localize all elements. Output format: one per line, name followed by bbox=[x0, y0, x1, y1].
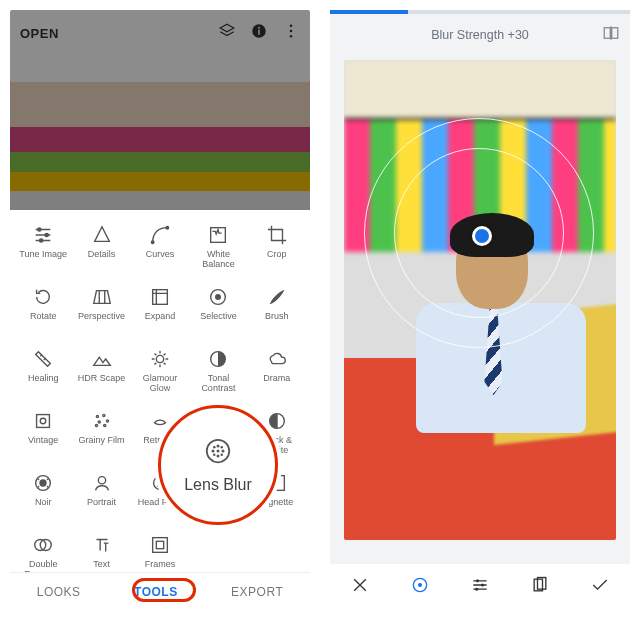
tool-label: Selective bbox=[200, 311, 237, 321]
tool-label: Tune Image bbox=[19, 249, 67, 259]
stage: OPEN Tune Image Details Curves White Bal… bbox=[0, 0, 640, 640]
tab-looks[interactable]: LOOKS bbox=[37, 585, 81, 599]
tool-grid: Tune Image Details Curves White Balance … bbox=[14, 224, 306, 590]
tools-panel: Tune Image Details Curves White Balance … bbox=[10, 210, 310, 570]
svg-point-51 bbox=[217, 455, 220, 458]
tool-portrait[interactable]: Portrait bbox=[72, 472, 130, 528]
tool-rotate[interactable]: Rotate bbox=[14, 286, 72, 342]
svg-rect-45 bbox=[156, 541, 163, 548]
svg-rect-56 bbox=[604, 28, 610, 39]
svg-point-29 bbox=[38, 478, 40, 480]
tool-label: Rotate bbox=[30, 311, 57, 321]
progress-bar[interactable] bbox=[330, 10, 630, 14]
photo-canvas[interactable] bbox=[344, 60, 616, 540]
tool-label: Portrait bbox=[87, 497, 116, 507]
svg-point-62 bbox=[475, 588, 478, 591]
tool-label: HDR Scape bbox=[78, 373, 126, 383]
svg-point-19 bbox=[96, 415, 98, 417]
tool-label: Frames bbox=[145, 559, 176, 569]
svg-point-14 bbox=[216, 295, 221, 300]
svg-point-9 bbox=[151, 241, 154, 244]
tool-tonal-contrast[interactable]: Tonal Contrast bbox=[189, 348, 247, 404]
tool-label: Noir bbox=[35, 497, 52, 507]
tool-label: Curves bbox=[146, 249, 175, 259]
svg-point-20 bbox=[102, 414, 104, 416]
svg-point-50 bbox=[217, 445, 220, 448]
tool-tune-image[interactable]: Tune Image bbox=[14, 224, 72, 280]
svg-point-53 bbox=[221, 446, 224, 449]
tool-label: Grainy Film bbox=[79, 435, 125, 445]
focus-center-handle[interactable] bbox=[472, 226, 492, 246]
styles-button[interactable] bbox=[530, 575, 550, 599]
svg-point-48 bbox=[212, 450, 215, 453]
tool-details[interactable]: Details bbox=[72, 224, 130, 280]
tool-perspective[interactable]: Perspective bbox=[72, 286, 130, 342]
tool-white-balance[interactable]: White Balance bbox=[189, 224, 247, 280]
tool-label: Healing bbox=[28, 373, 59, 383]
svg-point-21 bbox=[106, 420, 108, 422]
tool-grainy-film[interactable]: Grainy Film bbox=[72, 410, 130, 466]
tool-drama[interactable]: Drama bbox=[248, 348, 306, 404]
tool-label: Details bbox=[88, 249, 116, 259]
apply-button[interactable] bbox=[590, 575, 610, 599]
svg-point-8 bbox=[40, 239, 43, 242]
svg-rect-57 bbox=[612, 28, 618, 39]
tool-noir[interactable]: Noir bbox=[14, 472, 72, 528]
svg-point-28 bbox=[40, 479, 47, 486]
edit-title: Blur Strength +30 bbox=[330, 28, 630, 42]
tool-healing[interactable]: Healing bbox=[14, 348, 72, 404]
left-top-area: OPEN bbox=[10, 10, 310, 210]
tool-label: Text bbox=[93, 559, 110, 569]
phone-left: OPEN Tune Image Details Curves White Bal… bbox=[10, 10, 310, 610]
tool-crop[interactable]: Crop bbox=[248, 224, 306, 280]
svg-point-31 bbox=[38, 486, 40, 488]
svg-point-22 bbox=[98, 421, 100, 423]
svg-point-32 bbox=[47, 486, 49, 488]
svg-point-30 bbox=[47, 478, 49, 480]
svg-point-49 bbox=[222, 450, 225, 453]
tool-glamour-glow[interactable]: Glamour Glow bbox=[131, 348, 189, 404]
svg-point-55 bbox=[221, 454, 224, 457]
lens-blur-icon bbox=[203, 436, 233, 470]
svg-point-60 bbox=[476, 579, 479, 582]
svg-point-24 bbox=[95, 424, 97, 426]
blur-shape-button[interactable] bbox=[410, 575, 430, 599]
tool-label: Brush bbox=[265, 311, 289, 321]
phone-right: Blur Strength +30 bbox=[330, 10, 630, 610]
svg-rect-12 bbox=[153, 290, 168, 305]
tool-label: Crop bbox=[267, 249, 287, 259]
tool-curves[interactable]: Curves bbox=[131, 224, 189, 280]
tool-expand[interactable]: Expand bbox=[131, 286, 189, 342]
tool-brush[interactable]: Brush bbox=[248, 286, 306, 342]
lens-blur-callout-label: Lens Blur bbox=[184, 476, 252, 494]
cancel-button[interactable] bbox=[350, 575, 370, 599]
bottom-bar: LOOKS TOOLS EXPORT bbox=[10, 572, 310, 610]
svg-point-7 bbox=[45, 233, 48, 236]
lens-blur-callout: Lens Blur bbox=[158, 405, 278, 525]
svg-point-61 bbox=[481, 584, 484, 587]
compare-icon[interactable] bbox=[602, 24, 620, 46]
svg-point-23 bbox=[103, 424, 105, 426]
tab-tools[interactable]: TOOLS bbox=[134, 585, 178, 599]
tool-label: Vintage bbox=[28, 435, 58, 445]
dim-overlay bbox=[10, 10, 310, 210]
tool-label: Tonal Contrast bbox=[201, 373, 235, 394]
tool-hdr-scape[interactable]: HDR Scape bbox=[72, 348, 130, 404]
tool-vintage[interactable]: Vintage bbox=[14, 410, 72, 466]
svg-point-10 bbox=[166, 226, 169, 229]
adjust-button[interactable] bbox=[470, 575, 490, 599]
tool-label: Expand bbox=[145, 311, 176, 321]
tab-export[interactable]: EXPORT bbox=[231, 585, 283, 599]
svg-point-52 bbox=[213, 446, 216, 449]
svg-point-54 bbox=[213, 454, 216, 457]
svg-point-33 bbox=[98, 477, 105, 484]
tool-label: Glamour Glow bbox=[143, 373, 178, 394]
tool-selective[interactable]: Selective bbox=[189, 286, 247, 342]
tool-label: White Balance bbox=[202, 249, 235, 270]
edit-bottom-bar bbox=[330, 564, 630, 610]
svg-rect-44 bbox=[153, 538, 168, 553]
svg-point-6 bbox=[38, 228, 41, 231]
svg-point-59 bbox=[418, 583, 422, 587]
tool-label: Drama bbox=[263, 373, 290, 383]
tool-label: Perspective bbox=[78, 311, 125, 321]
